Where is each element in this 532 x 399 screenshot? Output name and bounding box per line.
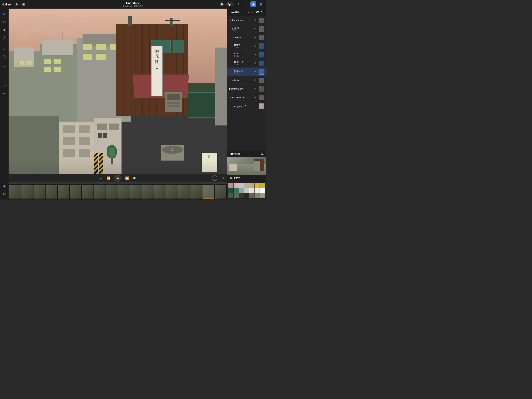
- palette-more-button[interactable]: ···: [258, 176, 260, 180]
- color-3[interactable]: [239, 183, 244, 188]
- cels-tab[interactable]: CELS: [255, 11, 264, 14]
- bottle04-visibility-icon[interactable]: 👁: [254, 70, 257, 73]
- share-icon[interactable]: ↑: [236, 1, 241, 7]
- layers-list[interactable]: ▼ Foreground 👁 Crates Static 👁: [227, 16, 266, 151]
- grid-icon[interactable]: ⊞: [258, 1, 264, 7]
- color-2[interactable]: [234, 183, 239, 188]
- extra-tool-1[interactable]: ⊕: [1, 183, 7, 189]
- color-11[interactable]: [244, 188, 249, 193]
- background-visibility-icon[interactable]: 👁: [254, 96, 257, 99]
- color-18[interactable]: [244, 193, 249, 198]
- color-9[interactable]: [234, 188, 239, 193]
- play-button[interactable]: ▶: [114, 174, 121, 182]
- smudge-tool[interactable]: ⬡: [1, 34, 7, 40]
- background-expand-icon[interactable]: ▼: [229, 97, 231, 99]
- frame-19[interactable]: [227, 185, 227, 199]
- canvas-area[interactable]: 酒花ぼこ: [9, 9, 227, 200]
- selection-tool[interactable]: ▷: [1, 45, 7, 51]
- pots-expand-icon[interactable]: ▶: [232, 79, 234, 82]
- bottle02-visibility-icon[interactable]: 👁: [254, 53, 257, 56]
- skip-forward-button[interactable]: ⏭: [133, 176, 136, 180]
- frame-11[interactable]: [130, 185, 142, 199]
- bottles-expand-icon[interactable]: ▼: [232, 36, 234, 39]
- frame-12[interactable]: [142, 185, 154, 199]
- layer-bottle02[interactable]: Bottle 02 Static 👁: [227, 51, 266, 59]
- color-14[interactable]: [260, 188, 265, 193]
- frame-13[interactable]: [154, 185, 166, 199]
- frame-17-active[interactable]: [203, 185, 214, 199]
- color-7[interactable]: [260, 183, 265, 188]
- undo-button[interactable]: ↩: [1, 83, 7, 89]
- step-forward-button[interactable]: ⏩: [125, 176, 129, 180]
- layer-background[interactable]: ▼ Background 👁: [227, 93, 266, 102]
- foreground-expand-icon[interactable]: ▼: [229, 19, 231, 22]
- foreground-visibility-icon[interactable]: 👁: [254, 19, 257, 22]
- frame-18[interactable]: [215, 185, 226, 199]
- bottle01-visibility-icon[interactable]: 👁: [254, 45, 257, 48]
- background01-visibility-icon[interactable]: —: [254, 105, 257, 108]
- crates-visibility-icon[interactable]: 👁: [254, 27, 257, 30]
- frame-1[interactable]: [9, 185, 21, 199]
- layers-more-button[interactable]: ···: [248, 11, 250, 14]
- layer-bottles[interactable]: ▼ Bottles 👁: [227, 33, 266, 42]
- color-5[interactable]: [249, 183, 254, 188]
- frame-16[interactable]: [190, 185, 202, 199]
- lasso-tool[interactable]: ◌: [1, 53, 7, 59]
- frame-4[interactable]: [45, 185, 57, 199]
- sliders-icon[interactable]: ⊞: [21, 2, 26, 6]
- frame-2[interactable]: [21, 185, 33, 199]
- color-1[interactable]: [228, 183, 234, 188]
- redo-button[interactable]: ↪: [1, 90, 7, 97]
- layer-bottle01[interactable]: Bottle 01 Static 👁: [227, 42, 266, 51]
- brush-size-badge[interactable]: 1px: [226, 2, 234, 6]
- canvas-scene[interactable]: 酒花ぼこ: [9, 9, 227, 200]
- color-15[interactable]: [228, 193, 234, 198]
- ellipse-tool[interactable]: ○: [1, 64, 7, 70]
- middleground-visibility-icon[interactable]: 👁: [254, 87, 257, 90]
- color-10[interactable]: [239, 188, 244, 193]
- color-20[interactable]: [254, 193, 260, 198]
- layers-icon[interactable]: ◈: [250, 1, 256, 7]
- layer-crates[interactable]: Crates Static 👁: [227, 25, 266, 33]
- palette-add-button[interactable]: +: [262, 176, 264, 180]
- timeline-strip[interactable]: [9, 184, 227, 200]
- frame-15[interactable]: [178, 185, 190, 199]
- fill-tool[interactable]: ◉: [1, 26, 7, 33]
- brush-color-indicator[interactable]: [219, 2, 224, 7]
- pots-visibility-icon[interactable]: 👁: [254, 79, 257, 82]
- color-4[interactable]: [244, 183, 249, 188]
- frame-14[interactable]: [166, 185, 178, 199]
- layer-foreground[interactable]: ▼ Foreground 👁: [227, 16, 266, 25]
- color-8[interactable]: [228, 188, 234, 193]
- color-16[interactable]: [234, 193, 239, 198]
- color-6[interactable]: [254, 183, 260, 188]
- frame-10[interactable]: [118, 185, 130, 199]
- wrench-icon[interactable]: ⚙: [14, 2, 19, 6]
- extra-tool-2[interactable]: ⊡: [1, 191, 7, 197]
- frame-5[interactable]: [58, 185, 69, 199]
- pencil-tool[interactable]: ✏: [1, 11, 7, 17]
- preview-play-button[interactable]: ▶: [261, 153, 264, 156]
- color-19[interactable]: [249, 193, 254, 198]
- color-17[interactable]: [239, 193, 244, 198]
- bottles-visibility-icon[interactable]: 👁: [254, 36, 257, 39]
- frame-9[interactable]: [106, 185, 118, 199]
- gallery-button[interactable]: Gallery: [2, 3, 12, 6]
- layers-add-button[interactable]: +: [252, 11, 253, 14]
- color-21[interactable]: [260, 193, 265, 198]
- playback-square-icon[interactable]: [206, 176, 210, 180]
- layer-pots[interactable]: ▶ Pots 👁: [227, 76, 266, 85]
- frame-3[interactable]: [33, 185, 45, 199]
- layer-bottle03[interactable]: Bottle 03 Static 👁: [227, 59, 266, 68]
- eyedropper-tool[interactable]: ⊿: [1, 72, 7, 78]
- layer-bottle04[interactable]: Bottle 04 Static 👁: [227, 68, 266, 76]
- bottle03-visibility-icon[interactable]: 👁: [254, 62, 257, 65]
- eraser-tool[interactable]: ◻: [1, 19, 7, 25]
- frame-7[interactable]: [82, 185, 94, 199]
- frame-8[interactable]: [94, 185, 106, 199]
- skip-back-button[interactable]: ⏮: [100, 176, 103, 180]
- layer-middleground[interactable]: Middleground 👁: [227, 85, 266, 93]
- playback-circle-icon[interactable]: [212, 175, 217, 181]
- frame-6[interactable]: [70, 185, 81, 199]
- color-12[interactable]: [249, 188, 254, 193]
